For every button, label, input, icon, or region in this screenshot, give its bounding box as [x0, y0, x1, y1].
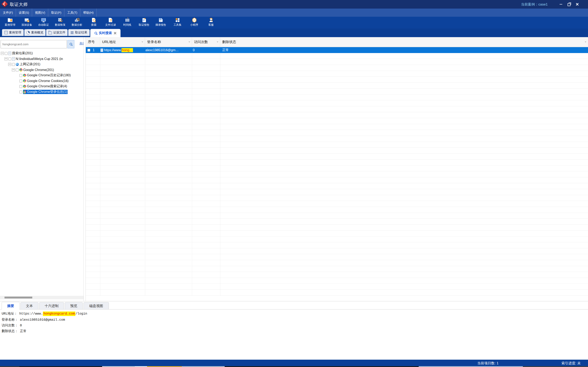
tree-item-chrome-cookies[interactable]: Google Chrome Cookies(16) — [0, 78, 84, 84]
document-icon — [12, 57, 15, 61]
status-index-progress: 索引进度: 未 — [562, 361, 581, 366]
table-row[interactable]: 1 https://www.hong… alexc19851016@gm… 0 … — [86, 47, 588, 53]
restore-button[interactable] — [566, 1, 572, 7]
table-header: 序号 URL地址 登录名称 访问次数 删除状态 — [86, 37, 588, 47]
panel-splitter[interactable] — [84, 37, 86, 301]
current-case-label: 当前案例：case1 — [521, 2, 548, 7]
toolbar-excerpt-report[interactable]: 摘录报告 — [152, 17, 169, 29]
tree-item-evidence-image[interactable]: N:\Individual\Meiya Cup 2021 (in — [0, 56, 84, 62]
toolbar-support[interactable]: 客服 — [203, 17, 219, 29]
menu-forensics[interactable]: 取证(P) — [48, 8, 64, 17]
column-header-url[interactable]: URL地址 — [100, 37, 145, 47]
toolbar-search[interactable]: 搜索 — [85, 17, 102, 29]
tab-forensic-results[interactable]: 取证结果 — [68, 29, 90, 36]
toolbar-add-device[interactable]: 添加设备 — [18, 17, 35, 29]
detail-content: URL地址： https://www.hongkongcard.com/logi… — [0, 309, 588, 360]
tree-item-chrome-login-info[interactable]: Google Chrome登录信息(1) — [0, 89, 84, 95]
filter-icon[interactable] — [142, 42, 143, 43]
checkbox[interactable] — [19, 91, 22, 93]
support-icon — [208, 17, 214, 23]
close-tab-icon[interactable] — [113, 32, 116, 35]
collapse-icon[interactable] — [1, 52, 4, 55]
detail-tab-text[interactable]: 文本 — [20, 302, 38, 309]
collapse-icon[interactable] — [8, 63, 11, 66]
detail-tab-bar: 摘要 文本 十六进制 预览 磁盘视图 — [0, 302, 588, 309]
data-recovery-icon — [58, 17, 63, 23]
detail-tab-preview[interactable]: 预览 — [65, 302, 83, 309]
chrome-icon — [23, 85, 26, 88]
menu-view[interactable]: 视图(V) — [32, 8, 48, 17]
collapse-icon[interactable] — [12, 68, 15, 71]
filter-icon[interactable] — [189, 42, 190, 43]
detail-tab-hex[interactable]: 十六进制 — [39, 302, 64, 309]
checkbox[interactable] — [19, 74, 22, 77]
cell-url: https://www.hong… — [100, 47, 145, 53]
app-logo-icon — [1, 1, 8, 7]
tab-case-manage[interactable]: 案例管理 — [2, 29, 24, 36]
checkbox[interactable] — [8, 58, 11, 60]
pie-icon — [26, 31, 30, 34]
toolbar-data-analysis[interactable]: 数据分析 — [69, 17, 85, 29]
toolbar-applet[interactable]: 小程序 — [186, 17, 203, 29]
cell-visits: 0 — [192, 47, 220, 53]
toolbar-data-recovery[interactable]: 数据恢复 — [52, 17, 69, 29]
search-input[interactable] — [1, 40, 67, 48]
close-button[interactable] — [574, 1, 581, 7]
toolbar-case-manage[interactable]: 案例管理 — [2, 17, 18, 29]
chrome-icon — [23, 90, 26, 93]
toolbar-auto-forensics[interactable]: AUTO 自动取证 — [35, 17, 52, 29]
table-body — [86, 53, 588, 296]
menu-tools[interactable]: 工具(T) — [64, 8, 80, 17]
checkbox[interactable] — [19, 85, 22, 88]
checkbox[interactable] — [16, 68, 18, 71]
page-icon — [101, 49, 103, 52]
tree-item-chrome-search-records[interactable]: Google Chrome搜索记录(4) — [0, 84, 84, 89]
filter-icon[interactable] — [217, 42, 218, 43]
auto-forensics-icon: AUTO — [41, 17, 46, 23]
detail-tab-disk-view[interactable]: 磁盘视图 — [84, 302, 109, 309]
tree-item-internet-records[interactable]: 上网记录(201) — [0, 62, 84, 67]
column-header-delete-status[interactable]: 删除状态 — [220, 37, 588, 47]
tab-live-search[interactable]: 实时搜索 — [90, 29, 121, 37]
tab-case-overview[interactable]: 案例概览 — [24, 29, 45, 36]
case-manage-icon — [7, 17, 13, 23]
row-checkbox[interactable] — [87, 49, 90, 52]
detail-tab-summary[interactable]: 摘要 — [2, 302, 20, 309]
tree-item-search-results[interactable]: 搜索结果(201) — [0, 50, 84, 56]
app-title: 取证大师 — [10, 2, 28, 7]
detail-field-visits: 访问次数： 0 — [2, 323, 22, 328]
toolbar-timeline[interactable]: 时间线 — [119, 17, 136, 29]
title-bar: 取证大师 当前案例：case1 — [0, 0, 588, 8]
search-icon — [69, 43, 72, 46]
collapse-icon[interactable] — [4, 57, 8, 60]
tree-horizontal-scrollbar[interactable] — [0, 296, 84, 299]
toolbar-file-filter[interactable]: 文件过滤 — [102, 17, 119, 29]
menu-settings[interactable]: 设置(S) — [16, 8, 32, 17]
list-icon — [71, 31, 74, 34]
chrome-icon — [19, 68, 22, 71]
toolbar-toolkit[interactable]: 工具集 — [169, 17, 186, 29]
filter-icon[interactable] — [585, 42, 586, 43]
cell-login: alexc19851016@gm… — [145, 47, 192, 53]
search-button[interactable] — [67, 40, 74, 48]
search-hit-highlight: hongkongcard.com — [43, 311, 76, 316]
tree-item-chrome-history[interactable]: Google Chrome历史记录(180) — [0, 73, 84, 78]
checkbox[interactable] — [19, 80, 22, 83]
app-window: 取证大师 当前案例：case1 文件(F) 设置(S) 视图(V) 取证(P) … — [0, 0, 588, 367]
minimize-button[interactable] — [557, 1, 564, 7]
minimize-icon — [560, 4, 562, 4]
chrome-icon — [23, 74, 26, 77]
checkbox[interactable] — [5, 52, 8, 55]
column-header-login[interactable]: 登录名称 — [145, 37, 192, 47]
checkbox[interactable] — [12, 63, 15, 66]
detail-field-delete-status: 删除状态： 正常 — [2, 329, 26, 333]
scrollbar-thumb[interactable] — [4, 297, 32, 299]
tab-evidence-files[interactable]: 证据文件 — [46, 29, 68, 36]
tree-item-google-chrome[interactable]: Google Chrome(201) — [0, 67, 84, 73]
menu-file[interactable]: 文件(F) — [0, 8, 16, 17]
column-header-no[interactable]: 序号 — [86, 37, 100, 47]
toolbar-forensic-report[interactable]: 取证报告 — [136, 17, 152, 29]
globe-icon — [16, 63, 19, 66]
column-header-visits[interactable]: 访问次数 — [192, 37, 220, 47]
menu-help[interactable]: 帮助(H) — [80, 8, 97, 17]
